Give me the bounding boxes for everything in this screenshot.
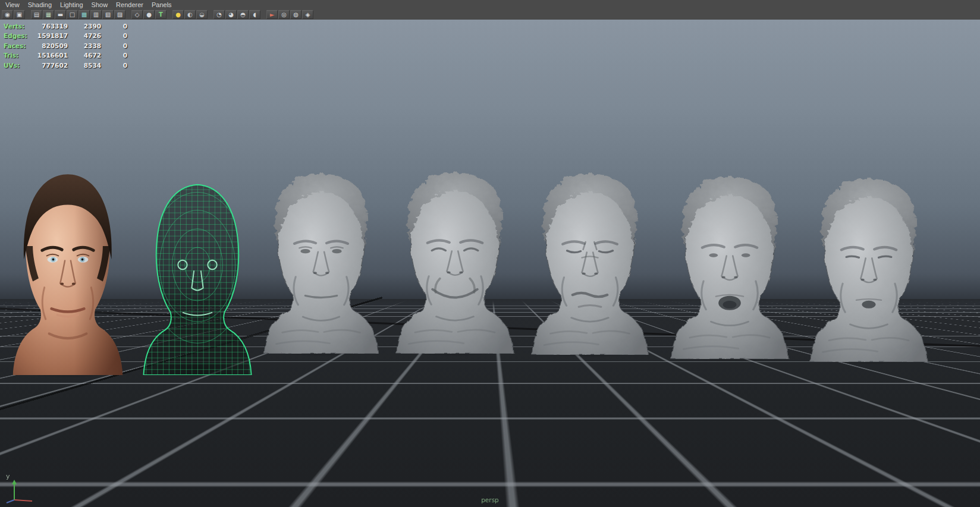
perspective-viewport[interactable]: Verts: 763319 2390 0 Edges: 1591817 4726…: [0, 20, 980, 507]
hud-components: 0: [101, 51, 127, 60]
toolbar-icon-glyph: T: [159, 11, 163, 18]
multisample-icon[interactable]: ◕: [225, 10, 237, 19]
hud-components: 0: [101, 41, 127, 51]
hud-components: 0: [101, 31, 127, 40]
wireframe-icon[interactable]: ◇: [131, 10, 143, 19]
hud-row: Edges: 1591817 4726 0: [4, 31, 127, 40]
xray-icon[interactable]: ◍: [290, 10, 301, 19]
head-scan-neutral[interactable]: [255, 169, 388, 354]
head-scan-squint[interactable]: [800, 174, 937, 362]
menu-panels[interactable]: Panels: [147, 0, 176, 10]
select-camera-icon[interactable]: ◉: [2, 10, 13, 19]
toolbar-icon-glyph: □: [70, 11, 75, 18]
viewport-toolbar: ◉ ▣ ▤ ▦ ▬ □ ▩: [0, 10, 980, 20]
image-plane-icon[interactable]: ▦: [43, 10, 54, 19]
menu-shading[interactable]: Shading: [24, 0, 56, 10]
depth-of-field-icon[interactable]: ◖: [249, 10, 260, 19]
toolbar-icon-glyph: ►: [270, 11, 275, 18]
toolbar-icon-glyph: ▤: [34, 11, 39, 18]
smooth-shade-icon[interactable]: ●: [143, 10, 155, 19]
camera-name-label: persp: [0, 496, 980, 503]
textured-icon[interactable]: T: [155, 10, 167, 19]
toolbar-icon-glyph: ◍: [293, 11, 299, 18]
bookmark-icon[interactable]: ▤: [31, 10, 42, 19]
hud-selected: 4726: [68, 31, 101, 40]
share-icon[interactable]: ◈: [302, 10, 313, 19]
toolbar-icon-glyph: ◉: [5, 11, 10, 18]
toolbar-icon-glyph: ◐: [187, 11, 193, 18]
hud-row: Verts: 763319 2390 0: [4, 21, 127, 31]
toolbar-icon-glyph: ▦: [46, 11, 51, 18]
toolbar-icon-glyph: ●: [175, 11, 181, 18]
camera-attributes-icon[interactable]: ▣: [14, 10, 25, 19]
menu-view[interactable]: View: [1, 0, 24, 10]
toolbar-icon-glyph: ▣: [17, 11, 22, 18]
app-window: View Shading Lighting Show Renderer Pane…: [0, 0, 980, 507]
gamma-icon[interactable]: ◓: [237, 10, 249, 19]
view-axis-gizmo: y: [2, 469, 40, 503]
select-highlight-icon[interactable]: ►: [266, 10, 278, 19]
hud-components: 0: [101, 61, 127, 70]
axis-y-label: y: [6, 473, 10, 480]
hud-total: 1516601: [33, 51, 68, 60]
hud-selected: 2338: [68, 41, 101, 51]
head-textured[interactable]: [4, 168, 132, 375]
toolbar-icon-glyph: ◓: [240, 11, 246, 18]
toolbar-icon-glyph: ▥: [93, 11, 99, 18]
toolbar-icon-glyph: ◕: [228, 11, 234, 18]
hud-label: Faces:: [4, 41, 33, 51]
safe-title-icon[interactable]: ▨: [114, 10, 125, 19]
toolbar-icon-glyph: ◔: [216, 11, 222, 18]
hud-total: 820509: [33, 41, 68, 51]
motion-blur-icon[interactable]: ◔: [213, 10, 225, 19]
head-scan-smile[interactable]: [387, 168, 523, 354]
toolbar-icon-glyph: ◖: [253, 11, 256, 18]
toolbar-icon-glyph: ◒: [199, 11, 205, 18]
hud-label: Edges:: [4, 31, 33, 40]
hud-label: Tris:: [4, 51, 33, 60]
head-wireframe[interactable]: [134, 178, 260, 375]
menu-lighting[interactable]: Lighting: [56, 0, 87, 10]
hud-selected: 4672: [68, 51, 101, 60]
toolbar-icon-glyph: ▩: [81, 11, 87, 18]
film-gate-icon[interactable]: ▬: [55, 10, 66, 19]
menu-show[interactable]: Show: [87, 0, 112, 10]
head-scan-open-mouth[interactable]: [661, 172, 798, 359]
hud-label: UVs:: [4, 61, 33, 70]
ssao-icon[interactable]: ◒: [196, 10, 208, 19]
hud-total: 777602: [33, 61, 68, 70]
hud-label: Verts:: [4, 21, 33, 31]
toolbar-icon-glyph: ▧: [105, 11, 111, 18]
hud-row: Tris: 1516601 4672 0: [4, 51, 127, 60]
menu-renderer[interactable]: Renderer: [112, 0, 147, 10]
hud-total: 763319: [33, 21, 68, 31]
hud-components: 0: [101, 21, 127, 31]
toolbar-icon-glyph: ◎: [281, 11, 287, 18]
axis-z-line: [7, 500, 14, 503]
shadows-icon[interactable]: ◐: [184, 10, 196, 19]
hud-row: UVs: 777602 8534 0: [4, 61, 127, 70]
safe-action-icon[interactable]: ▧: [102, 10, 114, 19]
hud-total: 1591817: [33, 31, 68, 40]
isolate-select-icon[interactable]: ◎: [278, 10, 290, 19]
hud-selected: 2390: [68, 21, 101, 31]
toolbar-icon-glyph: ◇: [135, 11, 140, 18]
hud-selected: 8534: [68, 61, 101, 70]
toolbar-icon-glyph: ▬: [58, 11, 63, 18]
gate-mask-icon[interactable]: ▩: [78, 10, 90, 19]
toolbar-icon-glyph: ◈: [306, 11, 310, 18]
poly-count-hud: Verts: 763319 2390 0 Edges: 1591817 4726…: [4, 21, 127, 70]
use-all-lights-icon[interactable]: ●: [172, 10, 184, 19]
axis-x-line: [14, 500, 32, 501]
toolbar-icon-glyph: ●: [146, 11, 152, 18]
axis-y-arrow: [12, 480, 17, 484]
toolbar-icon-glyph: ▨: [117, 11, 122, 18]
head-scan-scrunch[interactable]: [522, 169, 658, 355]
resolution-gate-icon[interactable]: □: [67, 10, 78, 19]
panel-menu-bar: View Shading Lighting Show Renderer Pane…: [0, 0, 980, 10]
field-chart-icon[interactable]: ▥: [90, 10, 102, 19]
hud-row: Faces: 820509 2338 0: [4, 41, 127, 51]
